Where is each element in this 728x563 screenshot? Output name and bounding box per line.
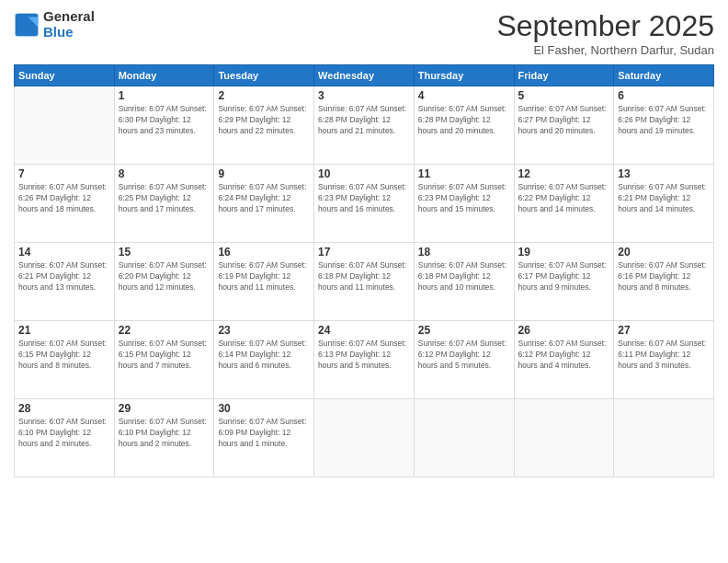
day-info: Sunrise: 6:07 AM Sunset: 6:21 PM Dayligh… [618, 182, 710, 215]
day-number: 30 [218, 402, 310, 415]
calendar-week-row: 28Sunrise: 6:07 AM Sunset: 6:10 PM Dayli… [15, 399, 714, 477]
table-row: 6Sunrise: 6:07 AM Sunset: 6:26 PM Daylig… [614, 86, 714, 165]
col-thursday: Thursday [414, 65, 514, 86]
table-row [414, 399, 514, 477]
calendar-header-row: Sunday Monday Tuesday Wednesday Thursday… [15, 65, 714, 86]
calendar-table: Sunday Monday Tuesday Wednesday Thursday… [14, 64, 714, 477]
day-number: 18 [418, 246, 510, 259]
day-number: 2 [218, 89, 310, 102]
day-number: 9 [218, 167, 310, 180]
day-info: Sunrise: 6:07 AM Sunset: 6:20 PM Dayligh… [119, 260, 210, 293]
table-row: 11Sunrise: 6:07 AM Sunset: 6:23 PM Dayli… [414, 165, 514, 243]
table-row: 5Sunrise: 6:07 AM Sunset: 6:27 PM Daylig… [514, 86, 614, 165]
day-info: Sunrise: 6:07 AM Sunset: 6:17 PM Dayligh… [518, 260, 610, 293]
page: General Blue September 2025 El Fasher, N… [0, 0, 728, 563]
day-info: Sunrise: 6:07 AM Sunset: 6:26 PM Dayligh… [618, 104, 710, 137]
table-row: 18Sunrise: 6:07 AM Sunset: 6:18 PM Dayli… [414, 243, 514, 321]
day-info: Sunrise: 6:07 AM Sunset: 6:18 PM Dayligh… [318, 260, 410, 293]
day-info: Sunrise: 6:07 AM Sunset: 6:09 PM Dayligh… [218, 417, 310, 450]
col-saturday: Saturday [614, 65, 714, 86]
day-info: Sunrise: 6:07 AM Sunset: 6:11 PM Dayligh… [618, 339, 710, 372]
table-row: 17Sunrise: 6:07 AM Sunset: 6:18 PM Dayli… [314, 243, 415, 321]
day-number: 8 [119, 167, 210, 180]
day-info: Sunrise: 6:07 AM Sunset: 6:24 PM Dayligh… [218, 182, 310, 215]
day-number: 24 [318, 324, 410, 337]
table-row: 24Sunrise: 6:07 AM Sunset: 6:13 PM Dayli… [314, 321, 415, 399]
day-info: Sunrise: 6:07 AM Sunset: 6:27 PM Dayligh… [518, 104, 610, 137]
table-row: 4Sunrise: 6:07 AM Sunset: 6:28 PM Daylig… [414, 86, 514, 165]
table-row: 1Sunrise: 6:07 AM Sunset: 6:30 PM Daylig… [114, 86, 214, 165]
day-number: 14 [18, 246, 110, 259]
day-number: 5 [518, 89, 610, 102]
table-row [514, 399, 614, 477]
table-row: 19Sunrise: 6:07 AM Sunset: 6:17 PM Dayli… [514, 243, 614, 321]
table-row: 12Sunrise: 6:07 AM Sunset: 6:22 PM Dayli… [514, 165, 614, 243]
day-number: 28 [18, 402, 110, 415]
table-row: 30Sunrise: 6:07 AM Sunset: 6:09 PM Dayli… [214, 399, 314, 477]
title-block: September 2025 El Fasher, Northern Darfu… [496, 9, 714, 57]
table-row: 3Sunrise: 6:07 AM Sunset: 6:28 PM Daylig… [314, 86, 415, 165]
day-number: 4 [418, 89, 510, 102]
day-number: 29 [119, 402, 210, 415]
table-row: 29Sunrise: 6:07 AM Sunset: 6:10 PM Dayli… [114, 399, 214, 477]
day-info: Sunrise: 6:07 AM Sunset: 6:12 PM Dayligh… [418, 339, 510, 372]
day-info: Sunrise: 6:07 AM Sunset: 6:18 PM Dayligh… [418, 260, 510, 293]
col-wednesday: Wednesday [314, 65, 415, 86]
day-info: Sunrise: 6:07 AM Sunset: 6:10 PM Dayligh… [18, 417, 110, 450]
day-info: Sunrise: 6:07 AM Sunset: 6:15 PM Dayligh… [119, 339, 210, 372]
day-info: Sunrise: 6:07 AM Sunset: 6:16 PM Dayligh… [618, 260, 710, 293]
day-info: Sunrise: 6:07 AM Sunset: 6:10 PM Dayligh… [119, 417, 210, 450]
day-number: 1 [119, 89, 210, 102]
col-sunday: Sunday [15, 65, 115, 86]
calendar-week-row: 7Sunrise: 6:07 AM Sunset: 6:26 PM Daylig… [15, 165, 714, 243]
table-row: 22Sunrise: 6:07 AM Sunset: 6:15 PM Dayli… [114, 321, 214, 399]
day-number: 23 [218, 324, 310, 337]
day-number: 16 [218, 246, 310, 259]
table-row: 28Sunrise: 6:07 AM Sunset: 6:10 PM Dayli… [15, 399, 115, 477]
table-row: 8Sunrise: 6:07 AM Sunset: 6:25 PM Daylig… [114, 165, 214, 243]
day-info: Sunrise: 6:07 AM Sunset: 6:25 PM Dayligh… [119, 182, 210, 215]
table-row [15, 86, 115, 165]
table-row: 21Sunrise: 6:07 AM Sunset: 6:15 PM Dayli… [15, 321, 115, 399]
day-number: 17 [318, 246, 410, 259]
header: General Blue September 2025 El Fasher, N… [14, 9, 714, 57]
col-friday: Friday [514, 65, 614, 86]
calendar-week-row: 1Sunrise: 6:07 AM Sunset: 6:30 PM Daylig… [15, 86, 714, 165]
table-row: 20Sunrise: 6:07 AM Sunset: 6:16 PM Dayli… [614, 243, 714, 321]
table-row: 25Sunrise: 6:07 AM Sunset: 6:12 PM Dayli… [414, 321, 514, 399]
table-row: 7Sunrise: 6:07 AM Sunset: 6:26 PM Daylig… [15, 165, 115, 243]
day-info: Sunrise: 6:07 AM Sunset: 6:15 PM Dayligh… [18, 339, 110, 372]
table-row: 16Sunrise: 6:07 AM Sunset: 6:19 PM Dayli… [214, 243, 314, 321]
logo-icon [14, 12, 40, 38]
svg-rect-0 [15, 13, 38, 36]
logo-blue-text: Blue [43, 25, 95, 40]
day-info: Sunrise: 6:07 AM Sunset: 6:29 PM Dayligh… [218, 104, 310, 137]
day-info: Sunrise: 6:07 AM Sunset: 6:13 PM Dayligh… [318, 339, 410, 372]
day-number: 20 [618, 246, 710, 259]
month-title: September 2025 [496, 9, 714, 43]
day-info: Sunrise: 6:07 AM Sunset: 6:30 PM Dayligh… [119, 104, 210, 137]
table-row: 27Sunrise: 6:07 AM Sunset: 6:11 PM Dayli… [614, 321, 714, 399]
table-row: 15Sunrise: 6:07 AM Sunset: 6:20 PM Dayli… [114, 243, 214, 321]
day-info: Sunrise: 6:07 AM Sunset: 6:19 PM Dayligh… [218, 260, 310, 293]
table-row [314, 399, 415, 477]
day-info: Sunrise: 6:07 AM Sunset: 6:28 PM Dayligh… [318, 104, 410, 137]
day-info: Sunrise: 6:07 AM Sunset: 6:23 PM Dayligh… [318, 182, 410, 215]
day-number: 15 [119, 246, 210, 259]
day-number: 3 [318, 89, 410, 102]
table-row: 26Sunrise: 6:07 AM Sunset: 6:12 PM Dayli… [514, 321, 614, 399]
logo: General Blue [14, 9, 95, 40]
day-number: 10 [318, 167, 410, 180]
day-number: 11 [418, 167, 510, 180]
day-number: 25 [418, 324, 510, 337]
day-info: Sunrise: 6:07 AM Sunset: 6:26 PM Dayligh… [18, 182, 110, 215]
calendar-week-row: 14Sunrise: 6:07 AM Sunset: 6:21 PM Dayli… [15, 243, 714, 321]
table-row: 2Sunrise: 6:07 AM Sunset: 6:29 PM Daylig… [214, 86, 314, 165]
day-info: Sunrise: 6:07 AM Sunset: 6:14 PM Dayligh… [218, 339, 310, 372]
col-tuesday: Tuesday [214, 65, 314, 86]
day-number: 12 [518, 167, 610, 180]
table-row: 10Sunrise: 6:07 AM Sunset: 6:23 PM Dayli… [314, 165, 415, 243]
location-subtitle: El Fasher, Northern Darfur, Sudan [496, 43, 714, 57]
logo-general-text: General [43, 9, 95, 25]
table-row [614, 399, 714, 477]
